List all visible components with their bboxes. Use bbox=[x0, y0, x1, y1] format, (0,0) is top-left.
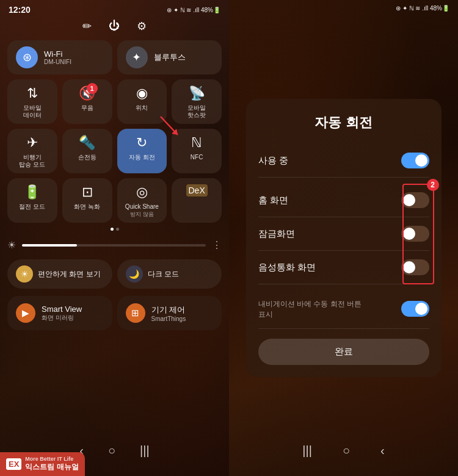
gear-icon[interactable]: ⚙ bbox=[137, 20, 147, 33]
quick-share-icon: ◎ bbox=[136, 184, 148, 200]
tile-power-save[interactable]: 🔋 절전 모드 bbox=[7, 178, 57, 223]
airplane-label: 비행기탑승 모드 bbox=[19, 154, 45, 168]
toggle-home-knob bbox=[403, 194, 415, 206]
dark-mode-btn[interactable]: 🌙 다크 모드 bbox=[117, 259, 222, 289]
right-status-bar: ⊛ ✦ ℕ ≋ .ıll 48%🔋 bbox=[396, 5, 449, 12]
tiles-container: ⊛ Wi-Fi DM-UNIFI ✦ 블루투스 ⇅ 모바일데이터 bbox=[0, 40, 229, 231]
right-recents-button[interactable]: ||| bbox=[302, 444, 312, 458]
toggle-call-knob bbox=[403, 261, 415, 273]
tile-flashlight[interactable]: 🔦 손전등 bbox=[62, 129, 112, 173]
left-status-icons: ⊛ ✦ ℕ ≋ .ıll 48%🔋 bbox=[167, 7, 220, 13]
tile-smart-view[interactable]: ▶ Smart View 화면 미러링 bbox=[7, 296, 112, 330]
dark-mode-label: 다크 모드 bbox=[148, 269, 179, 279]
smart-view-icon: ▶ bbox=[16, 303, 35, 323]
toggle-main-knob bbox=[415, 154, 427, 167]
tile-wifi[interactable]: ⊛ Wi-Fi DM-UNIFI bbox=[7, 40, 112, 74]
watermark: EX More Better IT Life 익스트림 매뉴얼 bbox=[0, 452, 85, 476]
dark-mode-icon: 🌙 bbox=[126, 265, 143, 283]
comfort-screen-btn[interactable]: ☀ 편안하게 화면 보기 bbox=[7, 259, 112, 289]
right-back-button[interactable]: ‹ bbox=[380, 444, 385, 458]
toggle-section: 홈 화면 잠금화면 음성통화 화면 2 bbox=[258, 184, 429, 284]
hotspot-label: 모바일핫스팟 bbox=[187, 104, 206, 119]
smart-view-label: Smart View bbox=[42, 305, 82, 314]
quick-actions-row: ☀ 편안하게 화면 보기 🌙 다크 모드 bbox=[0, 256, 229, 292]
toggle-nav-switch[interactable] bbox=[401, 301, 429, 317]
tile-quick-share[interactable]: ◎ Quick Share방지 않음 bbox=[117, 178, 167, 223]
tile-location[interactable]: ◉ 위치 bbox=[117, 79, 167, 124]
large-tiles-row: ⊛ Wi-Fi DM-UNIFI ✦ 블루투스 bbox=[7, 40, 222, 74]
comfort-icon: ☀ bbox=[16, 265, 33, 283]
toggle-home-switch[interactable] bbox=[401, 192, 429, 208]
dialog-title: 자동 회전 bbox=[258, 114, 429, 132]
brightness-icon: ☀ bbox=[7, 239, 16, 251]
status-time: 12:20 bbox=[9, 5, 31, 15]
tile-device-control[interactable]: ⊞ 기기 제어 SmartThings bbox=[117, 296, 222, 330]
device-control-sublabel: SmartThings bbox=[151, 316, 186, 322]
brightness-track[interactable] bbox=[22, 244, 206, 247]
status-icons-text: ⊛ ✦ ℕ ≋ .ıll 48%🔋 bbox=[167, 7, 220, 13]
quick-share-label: Quick Share방지 않음 bbox=[125, 203, 159, 218]
toggle-row-call: 음성통화 화면 bbox=[258, 251, 429, 284]
home-button[interactable]: ○ bbox=[108, 444, 115, 458]
watermark-subtitle: More Better IT Life bbox=[25, 456, 78, 462]
right-status-icons: ⊛ ✦ ℕ ≋ .ıll 48%🔋 bbox=[396, 5, 449, 12]
flashlight-label: 손전등 bbox=[78, 154, 96, 161]
tile-hotspot[interactable]: 📡 모바일핫스팟 bbox=[172, 79, 222, 124]
tile-airplane[interactable]: ✈ 비행기탑승 모드 bbox=[7, 129, 57, 173]
device-control-icon: ⊞ bbox=[126, 303, 145, 323]
dot-1 bbox=[111, 228, 114, 231]
mute-badge: 1 bbox=[87, 83, 98, 94]
tile-bluetooth[interactable]: ✦ 블루투스 bbox=[117, 40, 222, 74]
tile-mobile-data[interactable]: ⇅ 모바일데이터 bbox=[7, 79, 57, 124]
toggle-call-switch[interactable] bbox=[401, 259, 429, 275]
page-dots bbox=[7, 228, 222, 231]
tile-auto-rotate[interactable]: ↻ 자동 회전 bbox=[117, 129, 167, 173]
right-nav-bar: ||| ○ ‹ bbox=[229, 444, 458, 458]
toggle-lock-switch[interactable] bbox=[401, 226, 429, 242]
device-control-label: 기기 제어 bbox=[151, 305, 186, 316]
left-status-bar: 12:20 ⊛ ✦ ℕ ≋ .ıll 48%🔋 bbox=[0, 0, 229, 17]
mobile-data-icon: ⇅ bbox=[27, 85, 38, 101]
brightness-menu-icon[interactable]: ⋮ bbox=[212, 239, 222, 251]
tile-mute[interactable]: 1 🔇 무음 bbox=[62, 79, 112, 124]
toggle-nav-knob bbox=[415, 303, 427, 315]
watermark-text: 익스트림 매뉴얼 bbox=[25, 462, 78, 472]
toggle-lock-label: 잠금화면 bbox=[258, 228, 295, 240]
smart-view-sublabel: 화면 미러링 bbox=[42, 314, 82, 322]
rotation-dialog: 자동 회전 사용 중 홈 화면 잠금화면 bbox=[246, 99, 442, 377]
toggle-lock-knob bbox=[403, 228, 415, 240]
mobile-data-label: 모바일데이터 bbox=[23, 104, 42, 119]
power-save-label: 절전 모드 bbox=[19, 203, 45, 211]
pencil-icon[interactable]: ✏ bbox=[82, 20, 92, 33]
tile-screenshot[interactable]: ⊡ 화면 녹화 bbox=[62, 178, 112, 223]
wifi-sublabel: DM-UNIFI bbox=[44, 59, 71, 65]
power-icon[interactable]: ⏻ bbox=[109, 20, 120, 33]
toggle-row-lock: 잠금화면 bbox=[258, 217, 429, 251]
location-label: 위치 bbox=[136, 104, 148, 112]
recents-button[interactable]: ||| bbox=[140, 444, 150, 458]
toggle-main-switch[interactable] bbox=[401, 153, 429, 168]
right-home-button[interactable]: ○ bbox=[343, 444, 350, 458]
done-button[interactable]: 완료 bbox=[258, 339, 429, 365]
toggle-home-label: 홈 화면 bbox=[258, 195, 288, 206]
brightness-fill bbox=[22, 244, 77, 247]
tile-nfc[interactable]: ℕ NFC bbox=[172, 129, 222, 173]
tile-dex[interactable]: DeX bbox=[172, 178, 222, 223]
small-tiles-grid: ⇅ 모바일데이터 1 🔇 무음 ◉ 위치 📡 모바일핫스팟 ✈ 비행 bbox=[7, 79, 222, 223]
header-icons-row: ✏ ⏻ ⚙ bbox=[0, 17, 229, 40]
watermark-ex: EX bbox=[6, 458, 21, 470]
flashlight-icon: 🔦 bbox=[79, 135, 95, 151]
auto-rotate-label: 자동 회전 bbox=[129, 154, 155, 161]
bottom-tiles-row: ▶ Smart View 화면 미러링 ⊞ 기기 제어 SmartThings bbox=[0, 292, 229, 334]
screenshot-label: 화면 녹화 bbox=[74, 203, 100, 211]
left-panel: 12:20 ⊛ ✦ ℕ ≋ .ıll 48%🔋 ✏ ⏻ ⚙ ⊛ Wi-Fi DM… bbox=[0, 0, 229, 476]
right-panel: ⊛ ✦ ℕ ≋ .ıll 48%🔋 자동 회전 사용 중 홈 화면 잠금화면 bbox=[229, 0, 458, 476]
screenshot-icon: ⊡ bbox=[82, 184, 93, 200]
toggle-row-main: 사용 중 bbox=[258, 144, 429, 178]
power-save-icon: 🔋 bbox=[24, 184, 40, 200]
bluetooth-icon: ✦ bbox=[126, 46, 148, 68]
brightness-row: ☀ ⋮ bbox=[0, 234, 229, 256]
auto-rotate-icon: ↻ bbox=[136, 135, 147, 151]
location-icon: ◉ bbox=[136, 85, 148, 101]
toggle-main-label: 사용 중 bbox=[258, 155, 288, 167]
